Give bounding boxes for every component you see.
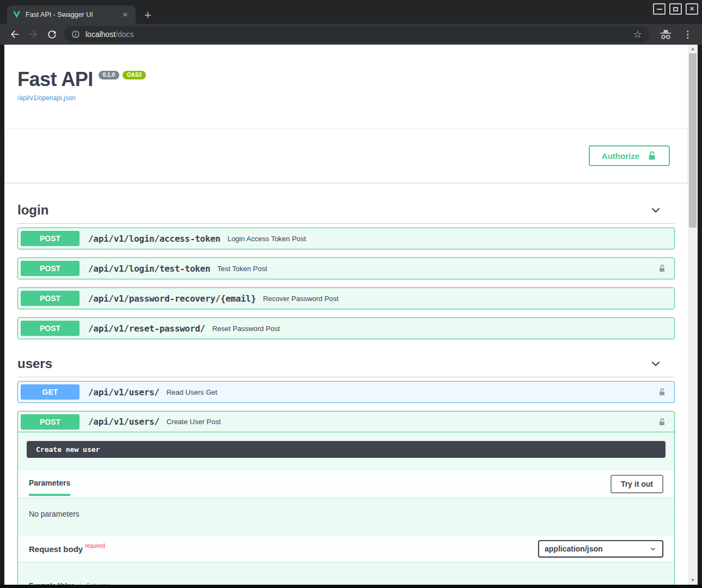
method-badge: GET <box>21 384 80 400</box>
scroll-up-icon[interactable]: ▲ <box>691 45 695 53</box>
endpoint-row-password-recovery[interactable]: POST /api/v1/password-recovery/{email} R… <box>17 287 675 309</box>
endpoint-summary: Recover Password Post <box>263 295 339 303</box>
endpoint-row-create-user: POST /api/v1/users/ Create User Post Cre… <box>17 411 675 585</box>
method-badge: POST <box>21 414 80 430</box>
address-bar[interactable]: localhost/docs ☆ <box>64 26 650 42</box>
endpoint-row-login-access-token[interactable]: POST /api/v1/login/access-token Login Ac… <box>17 228 675 249</box>
content-type-select[interactable]: application/json <box>538 540 663 558</box>
bookmark-star-icon[interactable]: ☆ <box>629 28 646 40</box>
endpoint-row-login-test-token[interactable]: POST /api/v1/login/test-token Test Token… <box>17 258 675 279</box>
request-body-label: Request body <box>29 544 83 554</box>
openapi-spec-link[interactable]: /api/v1/openapi.json <box>17 94 76 102</box>
window-right-edge <box>698 45 702 585</box>
maximize-icon <box>673 7 678 11</box>
tab-example-value[interactable]: Example Value <box>29 582 81 585</box>
scrollbar-thumb[interactable] <box>689 53 697 228</box>
browser-toolbar: localhost/docs ☆ ⋮ <box>0 24 702 45</box>
endpoint-summary: Create User Post <box>167 418 221 426</box>
back-button[interactable] <box>7 27 22 42</box>
operation-description: Create new user <box>27 441 666 458</box>
unlocked-lock-icon <box>647 151 657 161</box>
authorize-label: Authorize <box>602 151 639 161</box>
section-title: users <box>17 356 52 371</box>
url-path: /docs <box>115 30 133 39</box>
endpoint-path: /api/v1/reset-password/ <box>88 323 205 334</box>
tag-section-users: users GET /api/v1/users/ Read Users Get <box>17 353 675 585</box>
endpoint-summary: Login Access Token Post <box>228 235 306 243</box>
version-badge: 0.1.0 <box>99 71 119 79</box>
method-badge: POST <box>21 231 80 246</box>
endpoint-summary-row[interactable]: POST /api/v1/users/ Create User Post <box>18 412 674 432</box>
browser-titlebar: Fast API - Swagger UI ✕ + ✕ <box>0 0 702 24</box>
try-it-out-button[interactable]: Try it out <box>611 475 663 493</box>
browser-tab[interactable]: Fast API - Swagger UI ✕ <box>7 5 136 24</box>
endpoint-path: /api/v1/login/test-token <box>88 264 210 274</box>
favicon-v-icon <box>13 11 21 19</box>
window-left-edge <box>0 45 4 585</box>
oas3-badge: OAS3 <box>123 71 146 79</box>
window-maximize-button[interactable] <box>669 3 682 15</box>
select-chevron-icon <box>649 545 657 553</box>
endpoint-path: /api/v1/password-recovery/{email} <box>88 293 256 304</box>
page-title: Fast API <box>17 70 93 89</box>
reload-button[interactable] <box>44 27 59 42</box>
close-icon: ✕ <box>689 6 694 12</box>
scroll-down-icon[interactable]: ▼ <box>691 576 695 585</box>
url-host: localhost <box>86 30 115 39</box>
method-badge: POST <box>21 291 80 306</box>
endpoint-summary: Read Users Get <box>167 388 217 396</box>
auth-lock-icon[interactable] <box>658 264 666 273</box>
api-header: Fast API 0.1.0 OAS3 /api/v1/openapi.json <box>17 45 675 102</box>
operation-body: Create new user Parameters Try it out No… <box>18 441 674 585</box>
endpoint-row-reset-password[interactable]: POST /api/v1/reset-password/ Reset Passw… <box>17 317 675 339</box>
required-badge: required <box>85 543 105 549</box>
method-badge: POST <box>21 261 80 276</box>
endpoint-summary: Test Token Post <box>217 265 267 273</box>
section-header-users[interactable]: users <box>17 353 675 377</box>
scheme-container: Authorize <box>4 128 688 183</box>
model-example-tabs: Example Value Schema <box>18 562 674 585</box>
swagger-page: Fast API 0.1.0 OAS3 /api/v1/openapi.json… <box>4 45 688 585</box>
endpoint-path: /api/v1/login/access-token <box>88 234 221 244</box>
browser-menu-icon[interactable]: ⋮ <box>677 29 697 40</box>
window-bottom-edge <box>0 585 702 588</box>
incognito-icon <box>660 29 672 40</box>
new-tab-button[interactable]: + <box>144 9 151 21</box>
tag-section-login: login POST /api/v1/login/access-token Lo… <box>17 199 675 339</box>
window-minimize-button[interactable] <box>653 3 666 15</box>
method-badge: POST <box>21 321 80 336</box>
endpoint-row-read-users[interactable]: GET /api/v1/users/ Read Users Get <box>17 381 675 403</box>
no-parameters-text: No parameters <box>18 498 674 536</box>
page-scrollbar[interactable]: ▲ ▼ <box>688 45 698 585</box>
content-type-value: application/json <box>545 544 603 553</box>
window-close-button[interactable]: ✕ <box>686 3 698 15</box>
window-controls: ✕ <box>653 3 698 15</box>
endpoint-path: /api/v1/users/ <box>88 416 160 427</box>
forward-button[interactable] <box>26 27 41 42</box>
endpoint-path: /api/v1/users/ <box>88 387 160 397</box>
parameters-header: Parameters Try it out <box>18 470 674 498</box>
auth-lock-icon[interactable] <box>658 388 666 396</box>
request-body-header: Request body required application/json <box>18 536 674 562</box>
endpoint-summary: Reset Password Post <box>212 324 280 333</box>
site-info-icon[interactable] <box>71 30 80 39</box>
section-header-login[interactable]: login <box>17 199 675 224</box>
chevron-down-icon[interactable] <box>650 204 662 216</box>
tab-close-icon[interactable]: ✕ <box>120 10 130 20</box>
auth-lock-icon[interactable] <box>658 418 666 426</box>
parameters-tab: Parameters <box>29 476 70 492</box>
minimize-icon <box>657 9 662 10</box>
section-title: login <box>17 203 48 218</box>
chevron-down-icon[interactable] <box>650 358 662 370</box>
tab-title: Fast API - Swagger UI <box>26 11 120 19</box>
authorize-button[interactable]: Authorize <box>589 145 670 166</box>
url-text[interactable]: localhost/docs <box>86 30 629 39</box>
tab-schema[interactable]: Schema <box>81 582 110 585</box>
